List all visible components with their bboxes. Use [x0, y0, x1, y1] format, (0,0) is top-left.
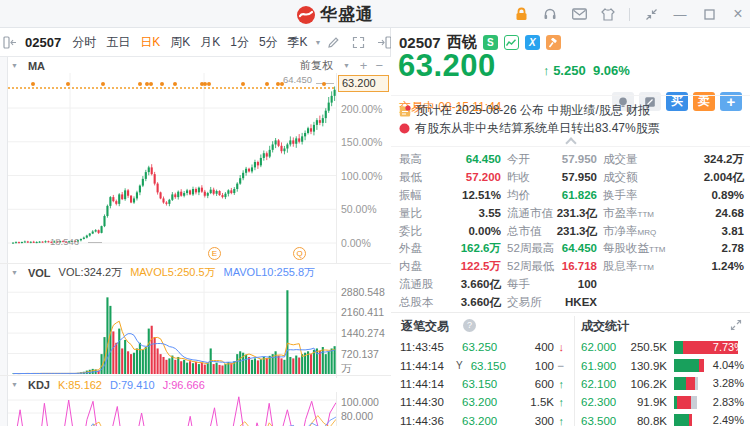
- stat-value: 3.660亿: [461, 295, 501, 310]
- volstat-volume: 106.2K: [625, 378, 667, 390]
- stat-value: 1.24%: [711, 260, 744, 272]
- event-marker-q[interactable]: Q: [293, 247, 306, 260]
- stat-股息率: 股息率TTM1.24%: [603, 259, 744, 274]
- stats-row: 振幅12.51%均价61.826换手率0.89%: [399, 187, 744, 205]
- stat-量比: 量比3.55: [399, 206, 501, 221]
- stat-内盘: 内盘122.5万: [399, 259, 501, 274]
- price-axis: 63.200 200.00% 150.00% 100.00% 50.00% 0.…: [336, 73, 390, 264]
- stat-52周最高: 52周最高64.450: [507, 241, 597, 256]
- trade-direction-down-icon: ↓: [554, 341, 564, 353]
- volstat-bar-segments: [674, 359, 704, 372]
- logo-text: 华盛通: [320, 3, 374, 26]
- mavol10-value: MAVOL10:255.8万: [224, 265, 316, 280]
- stat-每股收益: 每股收益TTM2.78: [603, 241, 744, 256]
- stat-市净率: 市净率MRQ3.81: [603, 224, 744, 239]
- lock-icon[interactable]: [513, 6, 529, 22]
- badge-x-icon[interactable]: X: [525, 35, 540, 50]
- bar-segment: [677, 396, 691, 409]
- axis-tick: 0.00%: [341, 237, 371, 249]
- stat-label: 流通市值: [507, 206, 553, 221]
- period-dropdown-icon[interactable]: ▼: [315, 39, 322, 46]
- indicator-dropdown-icon[interactable]: ▼: [11, 62, 18, 69]
- candlestick-chart[interactable]: [8, 73, 336, 250]
- event-dot-icon: [241, 82, 245, 86]
- top-bar: 华盛通 — ×: [0, 0, 750, 28]
- volume-stat-row: 62.000250.5K7.73%: [575, 338, 750, 356]
- tab-日K[interactable]: 日K: [135, 34, 165, 51]
- badge-chart-icon[interactable]: [504, 35, 519, 50]
- fullscreen-icon[interactable]: [349, 36, 368, 49]
- trade-price: 63.200: [462, 396, 514, 408]
- expand-table-icon[interactable]: [730, 319, 742, 331]
- stat-总股本: 总股本3.660亿: [399, 295, 501, 310]
- minimize-icon[interactable]: —: [672, 6, 688, 22]
- stat-label: 换手率: [603, 188, 638, 203]
- volstat-volume: 250.5K: [625, 341, 667, 353]
- bar-segment: [674, 377, 686, 390]
- trade-time: 11:43:45: [400, 341, 454, 353]
- stats-row: 总股本3.660亿交易所HKEX: [399, 293, 744, 311]
- mavol5-value: MAVOL5:250.5万: [130, 265, 215, 280]
- stat-label: 总市值: [507, 224, 542, 239]
- stat-label: 均价: [507, 188, 530, 203]
- volstat-bar-segments: [674, 396, 697, 409]
- help-icon[interactable]: ?: [463, 319, 476, 332]
- zoom-out-icon[interactable]: −: [375, 58, 383, 73]
- low-price-label: 18.546: [50, 236, 79, 247]
- news-item-earnings[interactable]: 预计在 2025-08-26 公布 中期业绩/股息 财报: [399, 102, 650, 119]
- draw-pencil-icon[interactable]: [324, 36, 343, 49]
- stat-每手: 每手100: [507, 277, 597, 292]
- left-panel-gutter[interactable]: [0, 57, 8, 426]
- trade-time: 11:44:30: [400, 396, 454, 408]
- app-logo: 华盛通: [296, 3, 374, 26]
- event-dot-icon: [265, 82, 269, 86]
- change-percent: 9.06%: [593, 63, 630, 78]
- news-item-announcement[interactable]: 有股东从非中央结算系统单日转出83.47%股票: [399, 120, 660, 137]
- gift-icon[interactable]: [600, 6, 616, 22]
- stat-value: 57.950: [562, 171, 597, 183]
- shrink-window-icon[interactable]: [643, 6, 659, 22]
- event-marker-e[interactable]: E: [208, 247, 221, 260]
- tab-5分[interactable]: 5分: [254, 34, 283, 51]
- stat-label: 成交额: [603, 170, 638, 185]
- axis-tick: 100.000: [341, 396, 379, 408]
- stats-grid: 最高64.450今开57.950成交量324.2万最低57.200昨收57.95…: [399, 151, 744, 311]
- tab-五日[interactable]: 五日: [101, 34, 135, 51]
- event-dot-icon: [207, 82, 211, 86]
- badge-hammer-icon[interactable]: [546, 35, 561, 50]
- vol-dropdown-icon[interactable]: ▼: [11, 269, 18, 276]
- bar-segment: [674, 359, 699, 372]
- kdj-d-value: D:79.410: [110, 379, 155, 391]
- stat-label: 交易所: [507, 295, 542, 310]
- volstat-volume: 80.8K: [625, 415, 667, 426]
- divider: [629, 8, 630, 21]
- tab-月K[interactable]: 月K: [195, 34, 225, 51]
- last-price: 63.200: [398, 48, 496, 84]
- tab-1分[interactable]: 1分: [225, 34, 254, 51]
- adjust-dropdown-icon[interactable]: ▼: [343, 62, 350, 69]
- bar-segment: [674, 414, 689, 426]
- tab-周K[interactable]: 周K: [165, 34, 195, 51]
- event-dot-icon: [31, 82, 35, 86]
- bar-segment: [691, 396, 697, 409]
- adjust-mode-label[interactable]: 前复权: [300, 58, 333, 73]
- kdj-chart[interactable]: [8, 392, 336, 426]
- volstat-price: 62.000: [581, 341, 625, 353]
- mail-icon[interactable]: [571, 6, 587, 22]
- volume-axis: 2880.548 2160.411 1440.274 720.137 万: [336, 280, 390, 378]
- tab-季K[interactable]: 季K: [283, 34, 313, 51]
- maximize-icon[interactable]: [701, 6, 717, 22]
- trades-table-title: 逐笔交易: [401, 318, 449, 335]
- trade-price: 63.200: [462, 415, 514, 426]
- zoom-in-icon[interactable]: +: [360, 58, 368, 73]
- close-icon[interactable]: ×: [730, 6, 746, 22]
- headset-icon[interactable]: [542, 6, 558, 22]
- bottom-tables-header: 逐笔交易 ? 成交统计: [391, 316, 750, 336]
- tab-分时[interactable]: 分时: [67, 34, 101, 51]
- kdj-dropdown-icon[interactable]: ▼: [11, 381, 18, 388]
- stat-振幅: 振幅12.51%: [399, 188, 501, 203]
- volume-chart[interactable]: [8, 280, 336, 376]
- volstat-price: 61.900: [581, 360, 625, 372]
- collapse-news-chevron-icon[interactable]: [567, 137, 575, 145]
- collapse-left-icon[interactable]: [0, 36, 21, 49]
